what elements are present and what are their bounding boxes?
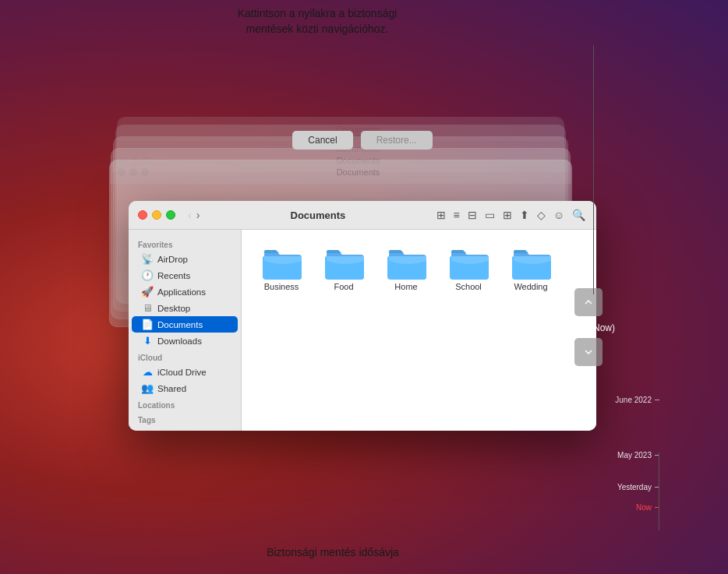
icon-list-view[interactable]: ≡ [452, 207, 461, 223]
sidebar-item-airdrop[interactable]: 📡 AirDrop [132, 251, 238, 267]
finder-window: ‹ › Documents ⊞ ≡ ⊟ ▭ ⊞ ⬆ ◇ ☺ 🔍 Favorite… [129, 201, 596, 431]
icon-search[interactable]: 🔍 [571, 207, 587, 223]
annotation-top-line1: Kattintson a nyilakra a biztonsági [0, 6, 634, 22]
folder-label: Home [394, 282, 417, 292]
annotation-line-bottom [659, 453, 659, 530]
window-toolbar: ‹ › Documents ⊞ ≡ ⊟ ▭ ⊞ ⬆ ◇ ☺ 🔍 [129, 201, 596, 230]
nav-arrows: ‹ › [186, 209, 201, 221]
folder-label: Business [264, 282, 299, 292]
annotation-top: Kattintson a nyilakra a biztonsági menté… [0, 6, 634, 37]
timeline: June 2022 May 2023 Yesterday Now [613, 109, 659, 512]
timeline-entry-may2023: May 2023 [617, 451, 659, 460]
annotation-bottom: Biztonsági mentés idősávja [0, 546, 666, 558]
sidebar-item-documents[interactable]: 📄 Documents [132, 316, 238, 333]
icon-grid-view[interactable]: ⊞ [435, 207, 447, 223]
folder-item-business[interactable]: Business [254, 242, 309, 295]
folder-item-wedding[interactable]: Wedding [504, 242, 558, 295]
cancel-button[interactable]: Cancel [292, 131, 352, 150]
timeline-entry-now: Now [636, 503, 659, 512]
timeline-entry-yesterday: Yesterday [617, 483, 659, 491]
folder-item-home[interactable]: Home [379, 242, 433, 295]
downloads-icon: ⬇ [141, 335, 154, 347]
right-controls: Today (Now) [563, 288, 615, 366]
sidebar-recents-label: Recents [157, 271, 190, 280]
folder-item-food[interactable]: Food [316, 242, 371, 295]
shared-icon: 👥 [141, 382, 154, 394]
folder-icon [386, 245, 426, 280]
chevron-up-icon [581, 295, 595, 309]
content-area: Business Food [242, 230, 596, 431]
airdrop-icon: 📡 [141, 253, 154, 265]
sidebar-shared-label: Shared [157, 384, 186, 393]
sidebar: Favorites 📡 AirDrop 🕐 Recents 🚀 Applicat… [129, 230, 242, 431]
sidebar-applications-label: Applications [157, 287, 206, 297]
close-button[interactable] [138, 210, 147, 220]
icloud-label: iCloud [129, 349, 241, 364]
annotation-bottom-text: Biztonsági mentés idősávja [267, 546, 399, 558]
documents-icon: 📄 [141, 319, 154, 330]
chevron-down-icon [581, 345, 595, 359]
fullscreen-button[interactable] [166, 210, 175, 220]
sidebar-item-applications[interactable]: 🚀 Applications [132, 283, 238, 300]
window-title: Documents [206, 210, 429, 221]
folder-icon [448, 245, 489, 280]
desktop-icon: 🖥 [141, 302, 154, 314]
folder-label: Food [334, 282, 353, 292]
today-label: Today (Now) [563, 322, 615, 333]
minimize-button[interactable] [152, 210, 161, 220]
sidebar-icloud-drive-label: iCloud Drive [157, 368, 207, 377]
sidebar-item-icloud-drive[interactable]: ☁ iCloud Drive [132, 364, 238, 380]
folder-icon [261, 245, 302, 280]
sidebar-item-recents[interactable]: 🕐 Recents [132, 267, 238, 283]
icon-share[interactable]: ⬆ [518, 207, 531, 223]
sidebar-desktop-label: Desktop [157, 304, 190, 313]
favorites-label: Favorites [129, 236, 241, 251]
timeline-label-now: Now [636, 503, 652, 512]
toolbar-icons: ⊞ ≡ ⊟ ▭ ⊞ ⬆ ◇ ☺ 🔍 [435, 207, 587, 223]
locations-label: Locations [129, 396, 241, 411]
sidebar-item-shared[interactable]: 👥 Shared [132, 380, 238, 396]
applications-icon: 🚀 [141, 286, 154, 298]
nav-down-button[interactable] [574, 338, 603, 366]
icon-group[interactable]: ⊞ [501, 207, 514, 223]
folder-label: Wedding [514, 282, 547, 292]
window-action-buttons: Cancel Restore... [129, 131, 596, 150]
sidebar-downloads-label: Downloads [157, 336, 202, 346]
window-body: Favorites 📡 AirDrop 🕐 Recents 🚀 Applicat… [129, 230, 596, 431]
timeline-label-may2023: May 2023 [617, 451, 652, 460]
back-button[interactable]: ‹ [186, 209, 193, 221]
forward-button[interactable]: › [195, 209, 202, 221]
icon-gallery-view[interactable]: ▭ [483, 207, 497, 223]
folder-item-school[interactable]: School [441, 242, 496, 295]
nav-up-button[interactable] [574, 288, 603, 316]
tags-label: Tags [129, 411, 241, 426]
icon-tag[interactable]: ◇ [535, 207, 547, 223]
recents-icon: 🕐 [141, 269, 154, 281]
folder-label: School [455, 282, 482, 292]
icon-column-view[interactable]: ⊟ [466, 207, 479, 223]
icloud-drive-icon: ☁ [141, 366, 154, 378]
folder-icon [323, 245, 364, 280]
annotation-top-line2: mentések közti navigációhoz. [0, 22, 634, 37]
sidebar-documents-label: Documents [157, 320, 203, 329]
sidebar-item-desktop[interactable]: 🖥 Desktop [132, 300, 238, 316]
icon-more[interactable]: ☺ [552, 207, 566, 223]
timeline-label-june2022: June 2022 [615, 396, 652, 404]
timeline-entry-june2022: June 2022 [615, 396, 659, 404]
sidebar-item-downloads[interactable]: ⬇ Downloads [132, 333, 238, 349]
annotation-line-top [593, 45, 594, 294]
timeline-label-yesterday: Yesterday [617, 483, 652, 491]
folder-icon [511, 245, 551, 280]
timeline-tick-june2022 [655, 400, 659, 400]
sidebar-airdrop-label: AirDrop [157, 255, 188, 264]
restore-button[interactable]: Restore... [361, 131, 433, 150]
